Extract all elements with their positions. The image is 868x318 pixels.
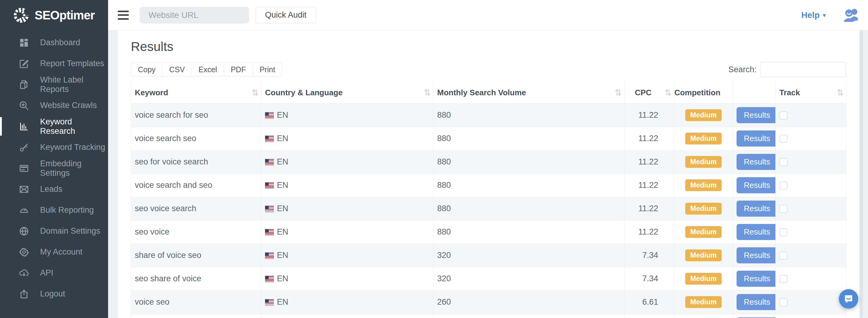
pdf-export-button[interactable]: PDF: [224, 63, 253, 76]
keyword-tracking-icon: [18, 142, 30, 153]
results-button[interactable]: Results: [737, 107, 776, 123]
sidebar-item-leads[interactable]: Leads: [0, 179, 108, 200]
sort-icon[interactable]: ⇅: [252, 88, 259, 98]
cpc-cell: 11.22: [624, 220, 674, 244]
track-checkbox[interactable]: [779, 182, 787, 190]
sidebar-item-website-crawls[interactable]: Website Crawls: [0, 95, 108, 116]
sidebar-item-my-account[interactable]: My Account: [0, 242, 108, 262]
volume-cell: 880: [434, 150, 624, 173]
quick-audit-button[interactable]: Quick Audit: [256, 7, 316, 23]
competition-badge: Medium: [685, 203, 722, 215]
keyword-research-icon: [18, 121, 30, 132]
column-header-country-language[interactable]: Country & Language⇅: [261, 82, 434, 103]
help-dropdown[interactable]: Help ▾: [801, 10, 826, 20]
hamburger-menu-icon[interactable]: [118, 11, 129, 20]
sidebar-item-domain-settings[interactable]: Domain Settings: [0, 221, 108, 242]
country-language-cell: EN: [261, 290, 434, 314]
results-button[interactable]: Results: [737, 130, 776, 147]
scrollbar[interactable]: [860, 30, 863, 318]
results-button[interactable]: Results: [737, 271, 776, 287]
sidebar-item-white-label-reports[interactable]: White Label Reports: [0, 74, 108, 95]
competition-badge: Medium: [685, 273, 722, 285]
sidebar-item-report-templates[interactable]: Report Templates: [0, 53, 108, 74]
csv-export-button[interactable]: CSV: [162, 63, 192, 76]
cpc-cell: [624, 314, 674, 318]
excel-export-button[interactable]: Excel: [192, 63, 224, 76]
chat-bubble-icon: [844, 294, 854, 304]
results-button[interactable]: Results: [737, 247, 776, 263]
account-users-icon[interactable]: [843, 8, 859, 23]
us-flag-icon: [265, 136, 274, 142]
sidebar-item-bulk-reporting[interactable]: Bulk Reporting: [0, 200, 108, 221]
sidebar-item-keyword-research[interactable]: Keyword Research: [0, 116, 108, 137]
dashboard-icon: [18, 37, 30, 49]
track-checkbox[interactable]: [779, 228, 787, 236]
us-flag-icon: [265, 159, 274, 165]
track-checkbox[interactable]: [779, 135, 787, 143]
track-checkbox[interactable]: [779, 112, 787, 120]
chat-launcher-button[interactable]: [839, 289, 858, 309]
competition-badge: Medium: [685, 109, 722, 121]
website-url-input[interactable]: [140, 7, 249, 23]
keyword-cell: voice search for seo: [131, 103, 261, 127]
column-header-cpc[interactable]: CPC⇅: [624, 82, 674, 103]
copy-export-button[interactable]: Copy: [131, 63, 162, 76]
volume-cell: 320: [434, 244, 624, 267]
cpc-cell: 6.61: [624, 290, 674, 314]
track-checkbox[interactable]: [779, 252, 787, 260]
table-toolbar: CopyCSVExcelPDFPrint Search:: [131, 62, 846, 77]
country-language-cell: EN: [261, 127, 434, 150]
column-header-track[interactable]: Track⇅: [776, 82, 846, 103]
track-checkbox[interactable]: [779, 205, 787, 213]
competition-badge: Medium: [685, 226, 722, 238]
column-header-actions[interactable]: [733, 82, 776, 103]
sidebar-item-embedding-settings[interactable]: Embedding Settings: [0, 158, 108, 179]
competition-badge: Medium: [685, 249, 722, 261]
table-row: share of voice seo EN 320 7.34 Medium Re…: [131, 244, 846, 267]
sidebar-item-dashboard[interactable]: Dashboard: [0, 32, 108, 53]
sort-icon[interactable]: ⇅: [424, 88, 431, 98]
api-icon: [18, 267, 30, 279]
sort-icon[interactable]: ⇅: [615, 88, 622, 98]
keyword-cell: seo voice: [131, 220, 261, 244]
chevron-down-icon: ▾: [823, 11, 826, 19]
results-button[interactable]: Results: [737, 294, 776, 310]
track-checkbox[interactable]: [779, 158, 787, 166]
sidebar-item-logout[interactable]: Logout: [0, 283, 108, 304]
brand-name: SEOptimer: [35, 8, 95, 22]
results-cell: Results: [733, 197, 776, 220]
country-language-cell: EN: [261, 173, 434, 197]
sort-icon[interactable]: ⇅: [664, 88, 672, 98]
results-button[interactable]: Results: [737, 177, 776, 193]
track-cell: [776, 314, 846, 318]
print-export-button[interactable]: Print: [253, 63, 282, 76]
column-header-keyword[interactable]: Keyword⇅: [131, 82, 261, 103]
competition-badge: Medium: [685, 296, 722, 308]
column-header-competition[interactable]: Competition: [674, 82, 733, 103]
results-button[interactable]: Results: [737, 200, 776, 217]
sidebar-item-api[interactable]: API: [0, 262, 108, 283]
sidebar-item-keyword-tracking[interactable]: Keyword Tracking: [0, 137, 108, 158]
table-row: voice search seo EN 880 11.22 Medium Res…: [131, 127, 846, 150]
keyword-cell: voice search and seo: [131, 173, 261, 197]
sort-icon[interactable]: ⇅: [837, 88, 844, 98]
competition-cell: Medium: [674, 150, 733, 173]
cpc-cell: 11.22: [624, 103, 674, 127]
volume-cell: 880: [434, 127, 624, 150]
results-button[interactable]: Results: [737, 154, 776, 170]
embedding-settings-icon: [18, 163, 30, 174]
table-row: voice search for seo EN 880 11.22 Medium…: [131, 103, 846, 127]
results-button[interactable]: Results: [737, 224, 776, 240]
country-language-cell: EN: [261, 267, 434, 290]
table-row: seo voice search EN 880 11.22 Medium Res…: [131, 197, 846, 220]
track-checkbox[interactable]: [779, 298, 787, 307]
track-checkbox[interactable]: [779, 275, 787, 283]
volume-cell: 880: [434, 173, 624, 197]
search-input[interactable]: [760, 62, 846, 77]
competition-cell: Medium: [674, 197, 733, 220]
table-row: seo share of voice EN 320 7.34 Medium Re…: [131, 267, 846, 290]
column-header-monthly-search-volume[interactable]: Monthly Search Volume⇅: [434, 82, 624, 103]
table-header-row: Keyword⇅Country & Language⇅Monthly Searc…: [131, 82, 846, 103]
brand-logo[interactable]: SEOptimer: [0, 0, 108, 30]
keyword-cell: voice search seo 2017: [131, 314, 261, 318]
